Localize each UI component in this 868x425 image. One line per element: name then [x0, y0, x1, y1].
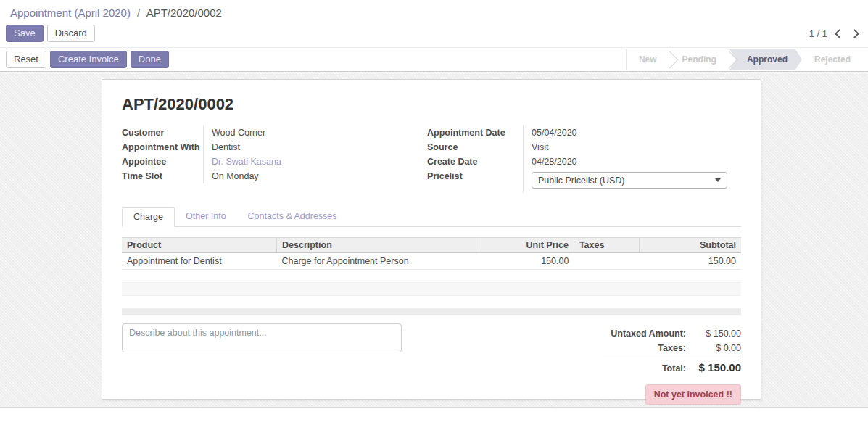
action-toolbar: Reset Create Invoice Done New Pending Ap…: [0, 47, 868, 72]
control-panel: Appointment (April 2020) / APT/2020/0002…: [0, 0, 868, 47]
appointment-note-input[interactable]: [122, 323, 402, 352]
untaxed-amount-row: Untaxed Amount: $ 150.00: [603, 326, 741, 341]
status-rejected[interactable]: Rejected: [802, 49, 863, 70]
field-value[interactable]: Wood Corner: [203, 125, 427, 140]
field-group-left: Customer Wood Corner Appointment With De…: [122, 125, 427, 193]
field-groups: Customer Wood Corner Appointment With De…: [122, 125, 741, 193]
field-label: Time Slot: [122, 169, 203, 183]
field-value[interactable]: 04/28/2020: [523, 154, 741, 169]
field-source: Source Visit: [427, 140, 741, 154]
cell-description[interactable]: Charge for Appointment Person: [277, 253, 481, 270]
sheet-bottom: Untaxed Amount: $ 150.00 Taxes: $ 0.00 T…: [122, 323, 741, 405]
form-background: APT/2020/0002 Customer Wood Corner Appoi…: [0, 72, 868, 408]
pager: 1 / 1: [809, 28, 862, 39]
pricelist-selected-value: Public Pricelist (USD): [538, 176, 624, 186]
taxes-row: Taxes: $ 0.00: [603, 341, 741, 355]
pricelist-select[interactable]: Public Pricelist (USD): [532, 172, 727, 189]
discard-button[interactable]: Discard: [47, 25, 95, 42]
pager-next-icon[interactable]: [850, 29, 859, 38]
record-title: APT/2020/0002: [122, 95, 741, 114]
empty-row[interactable]: [122, 283, 741, 296]
field-label: Appointment With: [122, 140, 203, 154]
appointee-link[interactable]: Dr. Swati Kasana: [203, 154, 427, 169]
column-header-description[interactable]: Description: [277, 238, 481, 253]
not-invoiced-badge: Not yet Invoiced !!: [645, 384, 741, 405]
cell-taxes[interactable]: [574, 253, 639, 270]
empty-row[interactable]: [122, 296, 741, 309]
totals-divider: [603, 358, 741, 358]
empty-row[interactable]: [122, 270, 741, 283]
tab-charge[interactable]: Charge: [122, 207, 175, 227]
status-approved[interactable]: Approved: [729, 49, 802, 70]
tab-other-info[interactable]: Other Info: [175, 207, 237, 226]
total-row: Total: $ 150.00: [603, 359, 741, 376]
field-value[interactable]: Dentist: [203, 140, 427, 154]
field-appointment-date: Appointment Date 05/04/2020: [427, 125, 741, 140]
table-footer-strip: [122, 309, 741, 315]
taxes-value: $ 0.00: [696, 343, 741, 353]
caret-down-icon: [715, 178, 721, 182]
notebook-tabs: Charge Other Info Contacts & Addresses: [122, 207, 741, 227]
field-value[interactable]: 05/04/2020: [523, 125, 741, 140]
pager-value: 1 / 1: [809, 28, 827, 39]
untaxed-amount-value: $ 150.00: [696, 329, 741, 339]
field-time-slot: Time Slot On Monday: [122, 169, 427, 183]
breadcrumb-parent-link[interactable]: Appointment (April 2020): [10, 7, 131, 19]
field-label: Source: [427, 140, 523, 154]
cell-subtotal[interactable]: 150.00: [639, 253, 741, 270]
charge-lines-table: Product Description Unit Price Taxes Sub…: [122, 237, 741, 315]
page: Appointment (April 2020) / APT/2020/0002…: [0, 0, 868, 408]
cell-product[interactable]: Appointment for Dentist: [122, 253, 277, 270]
field-label: Customer: [122, 125, 203, 140]
table-header-row: Product Description Unit Price Taxes Sub…: [122, 238, 741, 253]
field-value[interactable]: Visit: [523, 140, 741, 154]
totals-column: Untaxed Amount: $ 150.00 Taxes: $ 0.00 T…: [603, 323, 741, 405]
taxes-label: Taxes:: [603, 343, 696, 353]
breadcrumb: Appointment (April 2020) / APT/2020/0002: [0, 5, 868, 21]
save-button[interactable]: Save: [6, 25, 44, 42]
field-label: Create Date: [427, 154, 523, 169]
field-label: Pricelist: [427, 169, 523, 183]
create-invoice-button[interactable]: Create Invoice: [50, 51, 127, 68]
untaxed-amount-label: Untaxed Amount:: [603, 329, 696, 339]
field-label: Appointment Date: [427, 125, 523, 140]
breadcrumb-separator: /: [137, 7, 140, 19]
table-row[interactable]: Appointment for Dentist Charge for Appoi…: [122, 253, 741, 270]
status-pending[interactable]: Pending: [670, 49, 729, 70]
field-appointment-with: Appointment With Dentist: [122, 140, 427, 154]
field-label: Appointee: [122, 154, 203, 169]
done-button[interactable]: Done: [131, 51, 169, 68]
total-value: $ 150.00: [696, 361, 741, 374]
reset-button[interactable]: Reset: [6, 51, 46, 68]
total-label: Total:: [603, 363, 696, 374]
field-group-right: Appointment Date 05/04/2020 Source Visit…: [427, 125, 741, 193]
statusbar: New Pending Approved Rejected: [626, 49, 863, 70]
field-create-date: Create Date 04/28/2020: [427, 154, 741, 169]
cell-unit-price[interactable]: 150.00: [481, 253, 574, 270]
pager-previous-icon[interactable]: [835, 29, 844, 38]
field-value: Public Pricelist (USD): [523, 169, 741, 193]
field-customer: Customer Wood Corner: [122, 125, 427, 140]
invoice-status-row: Not yet Invoiced !!: [603, 384, 741, 405]
breadcrumb-current: APT/2020/0002: [146, 7, 222, 19]
field-pricelist: Pricelist Public Pricelist (USD): [427, 169, 741, 193]
column-header-subtotal[interactable]: Subtotal: [639, 238, 741, 253]
column-header-product[interactable]: Product: [122, 238, 277, 253]
column-header-unit-price[interactable]: Unit Price: [481, 238, 574, 253]
column-header-taxes[interactable]: Taxes: [574, 238, 639, 253]
tab-contacts-addresses[interactable]: Contacts & Addresses: [237, 207, 348, 226]
field-appointee: Appointee Dr. Swati Kasana: [122, 154, 427, 169]
control-panel-buttons: Save Discard 1 / 1: [0, 21, 868, 47]
totals: Untaxed Amount: $ 150.00 Taxes: $ 0.00 T…: [603, 323, 741, 376]
field-value[interactable]: On Monday: [203, 169, 427, 183]
status-new[interactable]: New: [627, 49, 669, 70]
form-sheet: APT/2020/0002 Customer Wood Corner Appoi…: [102, 79, 761, 400]
